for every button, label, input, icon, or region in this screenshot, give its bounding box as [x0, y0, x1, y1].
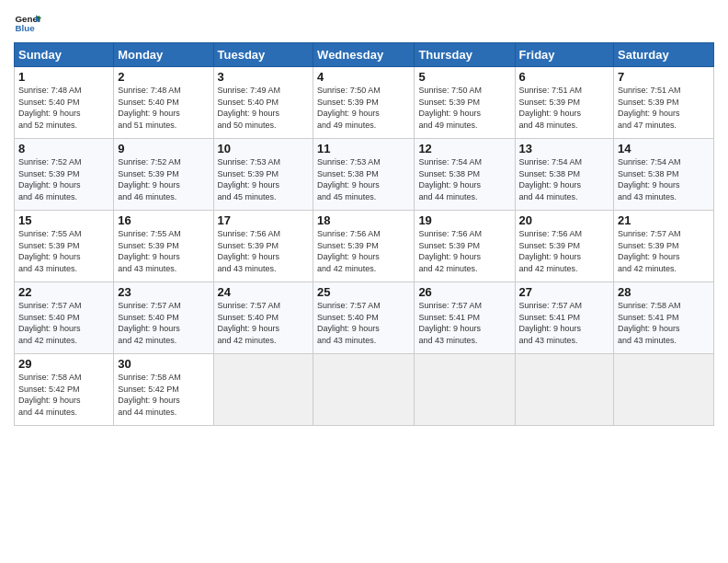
day-info: Sunrise: 7:58 AM Sunset: 5:42 PM Dayligh…	[18, 372, 109, 418]
calendar-cell: 22Sunrise: 7:57 AM Sunset: 5:40 PM Dayli…	[15, 282, 114, 354]
day-info: Sunrise: 7:57 AM Sunset: 5:40 PM Dayligh…	[218, 300, 310, 346]
calendar-cell: 25Sunrise: 7:57 AM Sunset: 5:40 PM Dayli…	[313, 282, 415, 354]
day-info: Sunrise: 7:58 AM Sunset: 5:42 PM Dayligh…	[118, 372, 209, 418]
day-number: 16	[118, 213, 209, 227]
day-number: 7	[618, 70, 710, 84]
day-info: Sunrise: 7:48 AM Sunset: 5:40 PM Dayligh…	[118, 85, 209, 131]
calendar-body: 1Sunrise: 7:48 AM Sunset: 5:40 PM Daylig…	[15, 67, 714, 426]
calendar-week-row: 1Sunrise: 7:48 AM Sunset: 5:40 PM Daylig…	[15, 67, 714, 139]
calendar-cell: 12Sunrise: 7:54 AM Sunset: 5:38 PM Dayli…	[415, 139, 515, 211]
calendar-cell: 21Sunrise: 7:57 AM Sunset: 5:39 PM Dayli…	[614, 211, 714, 282]
day-info: Sunrise: 7:55 AM Sunset: 5:39 PM Dayligh…	[18, 228, 109, 274]
calendar-cell	[515, 354, 614, 426]
calendar-cell: 19Sunrise: 7:56 AM Sunset: 5:39 PM Dayli…	[415, 211, 515, 282]
weekday-header: Monday	[114, 43, 213, 67]
day-info: Sunrise: 7:58 AM Sunset: 5:41 PM Dayligh…	[618, 300, 710, 346]
day-number: 11	[317, 142, 410, 155]
calendar-cell: 17Sunrise: 7:56 AM Sunset: 5:39 PM Dayli…	[213, 211, 313, 282]
calendar-cell: 8Sunrise: 7:52 AM Sunset: 5:39 PM Daylig…	[15, 139, 114, 211]
calendar-cell: 14Sunrise: 7:54 AM Sunset: 5:38 PM Dayli…	[614, 139, 714, 211]
calendar-table: SundayMondayTuesdayWednesdayThursdayFrid…	[14, 42, 714, 426]
calendar-cell: 4Sunrise: 7:50 AM Sunset: 5:39 PM Daylig…	[313, 67, 415, 139]
day-info: Sunrise: 7:51 AM Sunset: 5:39 PM Dayligh…	[618, 85, 710, 131]
day-info: Sunrise: 7:57 AM Sunset: 5:41 PM Dayligh…	[519, 300, 610, 346]
weekday-header: Wednesday	[313, 43, 415, 67]
calendar-cell: 7Sunrise: 7:51 AM Sunset: 5:39 PM Daylig…	[614, 67, 714, 139]
day-info: Sunrise: 7:56 AM Sunset: 5:39 PM Dayligh…	[418, 228, 510, 274]
calendar-cell: 23Sunrise: 7:57 AM Sunset: 5:40 PM Dayli…	[114, 282, 213, 354]
svg-text:Blue: Blue	[16, 23, 36, 33]
calendar-cell	[213, 354, 313, 426]
day-number: 26	[418, 285, 510, 299]
day-number: 25	[317, 285, 410, 299]
day-number: 20	[519, 213, 610, 227]
day-info: Sunrise: 7:54 AM Sunset: 5:38 PM Dayligh…	[618, 156, 710, 202]
day-number: 24	[218, 285, 310, 299]
weekday-header: Saturday	[614, 43, 714, 67]
day-info: Sunrise: 7:52 AM Sunset: 5:39 PM Dayligh…	[118, 156, 209, 202]
day-info: Sunrise: 7:57 AM Sunset: 5:39 PM Dayligh…	[618, 228, 710, 274]
day-number: 23	[118, 285, 209, 299]
day-info: Sunrise: 7:50 AM Sunset: 5:39 PM Dayligh…	[317, 85, 410, 131]
day-info: Sunrise: 7:57 AM Sunset: 5:40 PM Dayligh…	[317, 300, 410, 346]
day-info: Sunrise: 7:57 AM Sunset: 5:41 PM Dayligh…	[418, 300, 510, 346]
day-number: 19	[418, 213, 510, 227]
calendar-cell: 20Sunrise: 7:56 AM Sunset: 5:39 PM Dayli…	[515, 211, 614, 282]
calendar-cell: 16Sunrise: 7:55 AM Sunset: 5:39 PM Dayli…	[114, 211, 213, 282]
day-number: 15	[18, 213, 109, 227]
day-info: Sunrise: 7:49 AM Sunset: 5:40 PM Dayligh…	[218, 85, 310, 131]
calendar-cell: 27Sunrise: 7:57 AM Sunset: 5:41 PM Dayli…	[515, 282, 614, 354]
day-number: 2	[118, 70, 209, 84]
calendar-cell: 2Sunrise: 7:48 AM Sunset: 5:40 PM Daylig…	[114, 67, 213, 139]
day-number: 10	[218, 142, 310, 155]
logo-icon: General Blue	[14, 9, 41, 37]
weekday-header: Friday	[515, 43, 614, 67]
day-info: Sunrise: 7:50 AM Sunset: 5:39 PM Dayligh…	[418, 85, 510, 131]
weekday-header: Sunday	[15, 43, 114, 67]
page: General Blue SundayMondayTuesdayWednesda…	[0, 0, 728, 435]
day-number: 3	[218, 70, 310, 84]
day-number: 14	[618, 142, 710, 155]
calendar-cell: 11Sunrise: 7:53 AM Sunset: 5:38 PM Dayli…	[313, 139, 415, 211]
day-number: 1	[18, 70, 109, 84]
day-number: 18	[317, 213, 410, 227]
calendar-week-row: 29Sunrise: 7:58 AM Sunset: 5:42 PM Dayli…	[15, 354, 714, 426]
calendar-cell: 10Sunrise: 7:53 AM Sunset: 5:39 PM Dayli…	[213, 139, 313, 211]
day-info: Sunrise: 7:51 AM Sunset: 5:39 PM Dayligh…	[519, 85, 610, 131]
day-info: Sunrise: 7:57 AM Sunset: 5:40 PM Dayligh…	[18, 300, 109, 346]
calendar-cell: 5Sunrise: 7:50 AM Sunset: 5:39 PM Daylig…	[415, 67, 515, 139]
calendar-week-row: 15Sunrise: 7:55 AM Sunset: 5:39 PM Dayli…	[15, 211, 714, 282]
day-number: 13	[519, 142, 610, 155]
day-number: 5	[418, 70, 510, 84]
calendar-cell: 6Sunrise: 7:51 AM Sunset: 5:39 PM Daylig…	[515, 67, 614, 139]
day-info: Sunrise: 7:56 AM Sunset: 5:39 PM Dayligh…	[218, 228, 310, 274]
day-number: 12	[418, 142, 510, 155]
calendar-cell: 26Sunrise: 7:57 AM Sunset: 5:41 PM Dayli…	[415, 282, 515, 354]
weekday-header: Tuesday	[213, 43, 313, 67]
day-info: Sunrise: 7:55 AM Sunset: 5:39 PM Dayligh…	[118, 228, 209, 274]
day-number: 17	[218, 213, 310, 227]
day-number: 21	[618, 213, 710, 227]
calendar-cell: 28Sunrise: 7:58 AM Sunset: 5:41 PM Dayli…	[614, 282, 714, 354]
weekday-header: Thursday	[415, 43, 515, 67]
calendar-cell	[313, 354, 415, 426]
day-info: Sunrise: 7:53 AM Sunset: 5:39 PM Dayligh…	[218, 156, 310, 202]
day-number: 8	[18, 142, 109, 155]
day-number: 30	[118, 357, 209, 371]
day-number: 29	[18, 357, 109, 371]
calendar-cell: 24Sunrise: 7:57 AM Sunset: 5:40 PM Dayli…	[213, 282, 313, 354]
calendar-cell: 15Sunrise: 7:55 AM Sunset: 5:39 PM Dayli…	[15, 211, 114, 282]
day-info: Sunrise: 7:52 AM Sunset: 5:39 PM Dayligh…	[18, 156, 109, 202]
calendar-cell	[415, 354, 515, 426]
day-number: 27	[519, 285, 610, 299]
day-number: 22	[18, 285, 109, 299]
day-info: Sunrise: 7:56 AM Sunset: 5:39 PM Dayligh…	[317, 228, 410, 274]
calendar-cell	[614, 354, 714, 426]
day-info: Sunrise: 7:54 AM Sunset: 5:38 PM Dayligh…	[418, 156, 510, 202]
header: General Blue	[14, 9, 714, 37]
day-info: Sunrise: 7:54 AM Sunset: 5:38 PM Dayligh…	[519, 156, 610, 202]
calendar-header-row: SundayMondayTuesdayWednesdayThursdayFrid…	[15, 43, 714, 67]
calendar-week-row: 22Sunrise: 7:57 AM Sunset: 5:40 PM Dayli…	[15, 282, 714, 354]
day-number: 9	[118, 142, 209, 155]
day-info: Sunrise: 7:53 AM Sunset: 5:38 PM Dayligh…	[317, 156, 410, 202]
